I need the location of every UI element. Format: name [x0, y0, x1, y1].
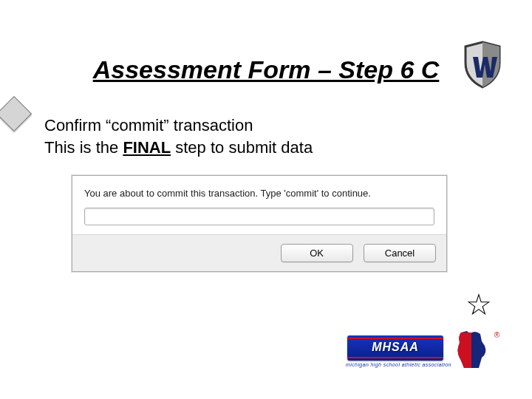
final-emphasis: FINAL [123, 138, 171, 157]
michigan-icon [454, 328, 489, 372]
commit-input[interactable] [84, 208, 434, 225]
mhsaa-tagline: michigan high school athletic associatio… [346, 362, 451, 367]
registered-mark: ® [494, 331, 499, 339]
page-title: Assessment Form – Step 6 C [0, 55, 532, 84]
dialog-button-bar: OK Cancel [72, 234, 446, 271]
shield-logo-icon [463, 41, 502, 89]
slide: Assessment Form – Step 6 C Confirm “comm… [0, 0, 532, 399]
body-line-1: Confirm “commit” transaction [44, 115, 313, 137]
mhsaa-logo: MHSAA michigan high school athletic asso… [347, 328, 502, 377]
cancel-button[interactable]: Cancel [364, 244, 436, 262]
confirm-dialog: You are about to commit this transaction… [72, 175, 447, 272]
body-line-2: This is the FINAL step to submit data [44, 137, 313, 159]
star-icon: ☆ [466, 290, 492, 319]
body-text: Confirm “commit” transaction This is the… [44, 115, 313, 159]
ok-button[interactable]: OK [281, 244, 353, 262]
dialog-message: You are about to commit this transaction… [84, 188, 434, 199]
page-title-text: Assessment Form – Step 6 C [93, 55, 440, 83]
mhsaa-text: MHSAA [347, 341, 443, 354]
bullet-diamond [0, 96, 30, 130]
